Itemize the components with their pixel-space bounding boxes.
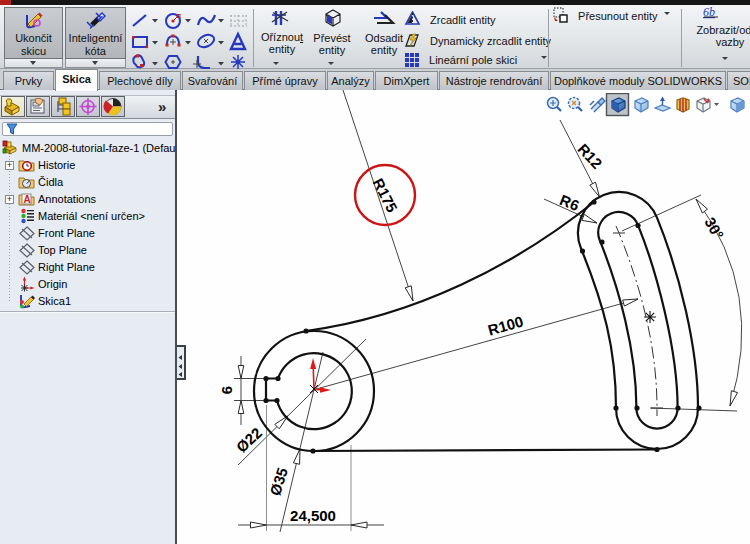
svg-text:6: 6 [218, 386, 235, 394]
svg-text:R175: R175 [370, 175, 401, 215]
svg-text:R100: R100 [486, 312, 525, 338]
svg-text:Ø35: Ø35 [266, 465, 291, 497]
svg-text:R12: R12 [575, 140, 606, 172]
svg-text:24,500: 24,500 [290, 507, 336, 524]
svg-text:A: A [24, 194, 31, 205]
svg-text:R6: R6 [557, 191, 581, 214]
svg-text:30°: 30° [701, 214, 727, 242]
svg-text:Ø22: Ø22 [233, 424, 265, 456]
